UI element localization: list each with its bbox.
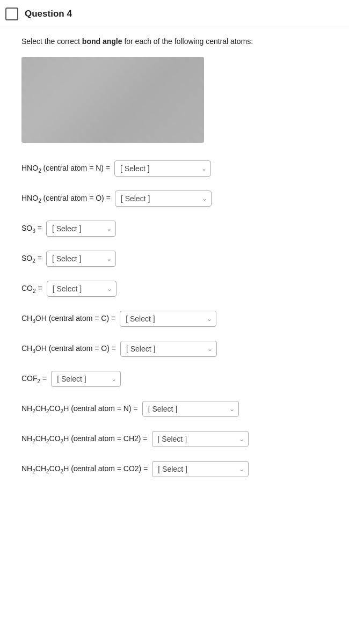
- select-wrapper-nh2-ch2: [ Select ] 109.5° 107° 104.5° 120° 180° …: [152, 431, 249, 447]
- select-so2[interactable]: [ Select ] 109.5° 107° 104.5° 120° 180° …: [46, 251, 116, 267]
- row-nh2-ch2: NH2CH2CO2H (central atom = CH2) = [ Sele…: [21, 425, 333, 453]
- instructions-prefix: Select the correct: [21, 37, 82, 46]
- select-ch3oh-o[interactable]: [ Select ] 109.5° 107° 104.5° 120° 180° …: [120, 341, 217, 357]
- select-wrapper-hno2-o: [ Select ] 109.5° 107° 104.5° 120° 180° …: [115, 191, 212, 207]
- select-wrapper-hno2-n: [ Select ] 109.5° 107° 104.5° 120° 180° …: [114, 160, 211, 177]
- select-nh2-n[interactable]: [ Select ] 109.5° 107° 104.5° 120° 180° …: [142, 401, 239, 417]
- select-wrapper-ch3oh-o: [ Select ] 109.5° 107° 104.5° 120° 180° …: [120, 341, 217, 357]
- label-so3: SO3 =: [21, 224, 42, 234]
- select-nh2-co2[interactable]: [ Select ] 109.5° 107° 104.5° 120° 180° …: [152, 461, 249, 477]
- question-rows: HNO2 (central atom = N) = [ Select ] 109…: [21, 155, 333, 483]
- select-hno2-o[interactable]: [ Select ] 109.5° 107° 104.5° 120° 180° …: [115, 191, 212, 207]
- question-title: Question 4: [25, 9, 72, 19]
- row-ch3oh-o: CH3OH (central atom = O) = [ Select ] 10…: [21, 335, 333, 363]
- question-icon: [5, 8, 18, 20]
- instructions-bold: bond angle: [82, 37, 122, 46]
- label-ch3oh-o: CH3OH (central atom = O) =: [21, 344, 116, 354]
- select-wrapper-nh2-co2: [ Select ] 109.5° 107° 104.5° 120° 180° …: [152, 461, 249, 477]
- label-co2: CO2 =: [21, 284, 42, 294]
- row-nh2-co2: NH2CH2CO2H (central atom = CO2) = [ Sele…: [21, 455, 333, 483]
- row-so2: SO2 = [ Select ] 109.5° 107° 104.5° 120°…: [21, 245, 333, 273]
- select-cof2[interactable]: [ Select ] 109.5° 107° 104.5° 120° 180° …: [51, 371, 121, 387]
- row-ch3oh-c: CH3OH (central atom = C) = [ Select ] 10…: [21, 305, 333, 333]
- instructions: Select the correct bond angle for each o…: [21, 36, 333, 47]
- blurred-image: [21, 57, 204, 143]
- label-nh2-n: NH2CH2CO2H (central atom = N) =: [21, 404, 138, 414]
- select-wrapper-ch3oh-c: [ Select ] 109.5° 107° 104.5° 120° 180° …: [120, 311, 216, 327]
- select-wrapper-cof2: [ Select ] 109.5° 107° 104.5° 120° 180° …: [51, 371, 121, 387]
- label-nh2-co2: NH2CH2CO2H (central atom = CO2) =: [21, 464, 148, 474]
- content-area: Select the correct bond angle for each o…: [0, 26, 349, 499]
- label-hno2-n: HNO2 (central atom = N) =: [21, 164, 110, 174]
- label-nh2-ch2: NH2CH2CO2H (central atom = CH2) =: [21, 434, 148, 444]
- select-wrapper-so3: [ Select ] 109.5° 107° 104.5° 120° 180° …: [46, 221, 116, 237]
- select-wrapper-co2: [ Select ] 109.5° 107° 104.5° 120° 180° …: [47, 281, 117, 297]
- row-cof2: COF2 = [ Select ] 109.5° 107° 104.5° 120…: [21, 365, 333, 393]
- question-header: Question 4: [0, 0, 349, 26]
- page-wrapper: Question 4 Select the correct bond angle…: [0, 0, 349, 644]
- row-so3: SO3 = [ Select ] 109.5° 107° 104.5° 120°…: [21, 215, 333, 243]
- select-ch3oh-c[interactable]: [ Select ] 109.5° 107° 104.5° 120° 180° …: [120, 311, 216, 327]
- select-hno2-n[interactable]: [ Select ] 109.5° 107° 104.5° 120° 180° …: [114, 160, 211, 177]
- label-ch3oh-c: CH3OH (central atom = C) =: [21, 314, 115, 324]
- label-hno2-o: HNO2 (central atom = O) =: [21, 194, 111, 204]
- instructions-suffix: for each of the following central atoms:: [122, 37, 253, 46]
- select-co2[interactable]: [ Select ] 109.5° 107° 104.5° 120° 180° …: [47, 281, 117, 297]
- row-hno2-n: HNO2 (central atom = N) = [ Select ] 109…: [21, 155, 333, 182]
- label-so2: SO2 =: [21, 254, 42, 264]
- select-wrapper-so2: [ Select ] 109.5° 107° 104.5° 120° 180° …: [46, 251, 116, 267]
- select-wrapper-nh2-n: [ Select ] 109.5° 107° 104.5° 120° 180° …: [142, 401, 239, 417]
- select-so3[interactable]: [ Select ] 109.5° 107° 104.5° 120° 180° …: [46, 221, 116, 237]
- select-nh2-ch2[interactable]: [ Select ] 109.5° 107° 104.5° 120° 180° …: [152, 431, 249, 447]
- label-cof2: COF2 =: [21, 374, 47, 384]
- row-hno2-o: HNO2 (central atom = O) = [ Select ] 109…: [21, 185, 333, 213]
- row-nh2-n: NH2CH2CO2H (central atom = N) = [ Select…: [21, 395, 333, 423]
- row-co2: CO2 = [ Select ] 109.5° 107° 104.5° 120°…: [21, 275, 333, 303]
